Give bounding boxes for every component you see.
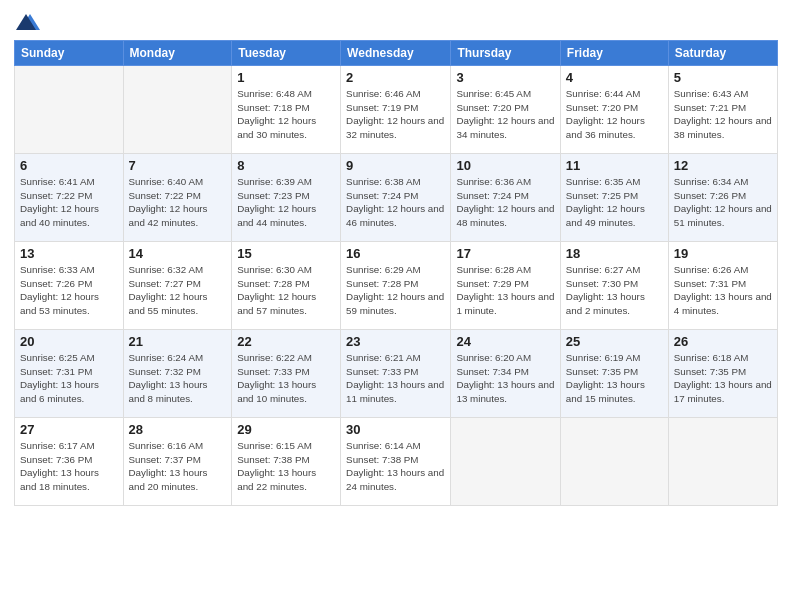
day-number: 29 <box>237 422 335 437</box>
day-info: Sunrise: 6:38 AM Sunset: 7:24 PM Dayligh… <box>346 175 445 230</box>
calendar-cell: 4Sunrise: 6:44 AM Sunset: 7:20 PM Daylig… <box>560 66 668 154</box>
day-info: Sunrise: 6:35 AM Sunset: 7:25 PM Dayligh… <box>566 175 663 230</box>
calendar-cell: 16Sunrise: 6:29 AM Sunset: 7:28 PM Dayli… <box>341 242 451 330</box>
day-number: 14 <box>129 246 227 261</box>
day-info: Sunrise: 6:46 AM Sunset: 7:19 PM Dayligh… <box>346 87 445 142</box>
day-number: 2 <box>346 70 445 85</box>
day-info: Sunrise: 6:18 AM Sunset: 7:35 PM Dayligh… <box>674 351 772 406</box>
day-number: 8 <box>237 158 335 173</box>
day-info: Sunrise: 6:25 AM Sunset: 7:31 PM Dayligh… <box>20 351 118 406</box>
day-info: Sunrise: 6:26 AM Sunset: 7:31 PM Dayligh… <box>674 263 772 318</box>
day-header-monday: Monday <box>123 41 232 66</box>
day-header-saturday: Saturday <box>668 41 777 66</box>
calendar-cell: 11Sunrise: 6:35 AM Sunset: 7:25 PM Dayli… <box>560 154 668 242</box>
calendar-cell: 25Sunrise: 6:19 AM Sunset: 7:35 PM Dayli… <box>560 330 668 418</box>
day-info: Sunrise: 6:19 AM Sunset: 7:35 PM Dayligh… <box>566 351 663 406</box>
day-header-sunday: Sunday <box>15 41 124 66</box>
day-info: Sunrise: 6:14 AM Sunset: 7:38 PM Dayligh… <box>346 439 445 494</box>
day-number: 11 <box>566 158 663 173</box>
calendar-row-2: 6Sunrise: 6:41 AM Sunset: 7:22 PM Daylig… <box>15 154 778 242</box>
day-info: Sunrise: 6:41 AM Sunset: 7:22 PM Dayligh… <box>20 175 118 230</box>
calendar-cell: 30Sunrise: 6:14 AM Sunset: 7:38 PM Dayli… <box>341 418 451 506</box>
calendar-cell: 20Sunrise: 6:25 AM Sunset: 7:31 PM Dayli… <box>15 330 124 418</box>
day-info: Sunrise: 6:30 AM Sunset: 7:28 PM Dayligh… <box>237 263 335 318</box>
day-number: 3 <box>456 70 554 85</box>
day-number: 19 <box>674 246 772 261</box>
day-number: 13 <box>20 246 118 261</box>
day-info: Sunrise: 6:45 AM Sunset: 7:20 PM Dayligh… <box>456 87 554 142</box>
day-info: Sunrise: 6:17 AM Sunset: 7:36 PM Dayligh… <box>20 439 118 494</box>
day-info: Sunrise: 6:16 AM Sunset: 7:37 PM Dayligh… <box>129 439 227 494</box>
day-header-friday: Friday <box>560 41 668 66</box>
calendar-cell: 5Sunrise: 6:43 AM Sunset: 7:21 PM Daylig… <box>668 66 777 154</box>
day-info: Sunrise: 6:32 AM Sunset: 7:27 PM Dayligh… <box>129 263 227 318</box>
day-number: 15 <box>237 246 335 261</box>
day-number: 23 <box>346 334 445 349</box>
day-number: 27 <box>20 422 118 437</box>
day-number: 24 <box>456 334 554 349</box>
day-number: 5 <box>674 70 772 85</box>
calendar-cell: 14Sunrise: 6:32 AM Sunset: 7:27 PM Dayli… <box>123 242 232 330</box>
day-info: Sunrise: 6:43 AM Sunset: 7:21 PM Dayligh… <box>674 87 772 142</box>
day-number: 17 <box>456 246 554 261</box>
calendar-cell: 3Sunrise: 6:45 AM Sunset: 7:20 PM Daylig… <box>451 66 560 154</box>
calendar-cell: 13Sunrise: 6:33 AM Sunset: 7:26 PM Dayli… <box>15 242 124 330</box>
calendar-row-4: 20Sunrise: 6:25 AM Sunset: 7:31 PM Dayli… <box>15 330 778 418</box>
calendar-cell: 6Sunrise: 6:41 AM Sunset: 7:22 PM Daylig… <box>15 154 124 242</box>
day-number: 1 <box>237 70 335 85</box>
calendar-cell: 12Sunrise: 6:34 AM Sunset: 7:26 PM Dayli… <box>668 154 777 242</box>
day-info: Sunrise: 6:33 AM Sunset: 7:26 PM Dayligh… <box>20 263 118 318</box>
calendar-cell: 7Sunrise: 6:40 AM Sunset: 7:22 PM Daylig… <box>123 154 232 242</box>
calendar-cell: 1Sunrise: 6:48 AM Sunset: 7:18 PM Daylig… <box>232 66 341 154</box>
calendar-row-5: 27Sunrise: 6:17 AM Sunset: 7:36 PM Dayli… <box>15 418 778 506</box>
day-number: 21 <box>129 334 227 349</box>
calendar-table: SundayMondayTuesdayWednesdayThursdayFrid… <box>14 40 778 506</box>
calendar-cell: 27Sunrise: 6:17 AM Sunset: 7:36 PM Dayli… <box>15 418 124 506</box>
page-container: SundayMondayTuesdayWednesdayThursdayFrid… <box>0 0 792 612</box>
calendar-cell <box>560 418 668 506</box>
day-info: Sunrise: 6:15 AM Sunset: 7:38 PM Dayligh… <box>237 439 335 494</box>
logo <box>14 10 40 34</box>
day-number: 25 <box>566 334 663 349</box>
calendar-cell: 15Sunrise: 6:30 AM Sunset: 7:28 PM Dayli… <box>232 242 341 330</box>
day-number: 12 <box>674 158 772 173</box>
day-number: 28 <box>129 422 227 437</box>
day-info: Sunrise: 6:27 AM Sunset: 7:30 PM Dayligh… <box>566 263 663 318</box>
calendar-cell: 21Sunrise: 6:24 AM Sunset: 7:32 PM Dayli… <box>123 330 232 418</box>
day-header-thursday: Thursday <box>451 41 560 66</box>
day-number: 10 <box>456 158 554 173</box>
header <box>14 10 778 34</box>
calendar-row-3: 13Sunrise: 6:33 AM Sunset: 7:26 PM Dayli… <box>15 242 778 330</box>
day-header-wednesday: Wednesday <box>341 41 451 66</box>
day-info: Sunrise: 6:40 AM Sunset: 7:22 PM Dayligh… <box>129 175 227 230</box>
calendar-cell: 28Sunrise: 6:16 AM Sunset: 7:37 PM Dayli… <box>123 418 232 506</box>
day-number: 4 <box>566 70 663 85</box>
day-number: 18 <box>566 246 663 261</box>
calendar-cell: 19Sunrise: 6:26 AM Sunset: 7:31 PM Dayli… <box>668 242 777 330</box>
day-info: Sunrise: 6:22 AM Sunset: 7:33 PM Dayligh… <box>237 351 335 406</box>
calendar-cell: 8Sunrise: 6:39 AM Sunset: 7:23 PM Daylig… <box>232 154 341 242</box>
day-info: Sunrise: 6:28 AM Sunset: 7:29 PM Dayligh… <box>456 263 554 318</box>
calendar-cell: 26Sunrise: 6:18 AM Sunset: 7:35 PM Dayli… <box>668 330 777 418</box>
day-info: Sunrise: 6:36 AM Sunset: 7:24 PM Dayligh… <box>456 175 554 230</box>
day-number: 6 <box>20 158 118 173</box>
day-info: Sunrise: 6:34 AM Sunset: 7:26 PM Dayligh… <box>674 175 772 230</box>
day-number: 20 <box>20 334 118 349</box>
day-info: Sunrise: 6:20 AM Sunset: 7:34 PM Dayligh… <box>456 351 554 406</box>
calendar-cell: 29Sunrise: 6:15 AM Sunset: 7:38 PM Dayli… <box>232 418 341 506</box>
calendar-cell <box>15 66 124 154</box>
day-info: Sunrise: 6:29 AM Sunset: 7:28 PM Dayligh… <box>346 263 445 318</box>
calendar-cell: 9Sunrise: 6:38 AM Sunset: 7:24 PM Daylig… <box>341 154 451 242</box>
day-info: Sunrise: 6:21 AM Sunset: 7:33 PM Dayligh… <box>346 351 445 406</box>
day-number: 22 <box>237 334 335 349</box>
calendar-header-row: SundayMondayTuesdayWednesdayThursdayFrid… <box>15 41 778 66</box>
day-number: 26 <box>674 334 772 349</box>
day-info: Sunrise: 6:39 AM Sunset: 7:23 PM Dayligh… <box>237 175 335 230</box>
calendar-cell: 2Sunrise: 6:46 AM Sunset: 7:19 PM Daylig… <box>341 66 451 154</box>
day-info: Sunrise: 6:44 AM Sunset: 7:20 PM Dayligh… <box>566 87 663 142</box>
logo-icon <box>16 10 40 34</box>
calendar-cell <box>451 418 560 506</box>
calendar-cell: 17Sunrise: 6:28 AM Sunset: 7:29 PM Dayli… <box>451 242 560 330</box>
calendar-cell: 10Sunrise: 6:36 AM Sunset: 7:24 PM Dayli… <box>451 154 560 242</box>
day-number: 9 <box>346 158 445 173</box>
